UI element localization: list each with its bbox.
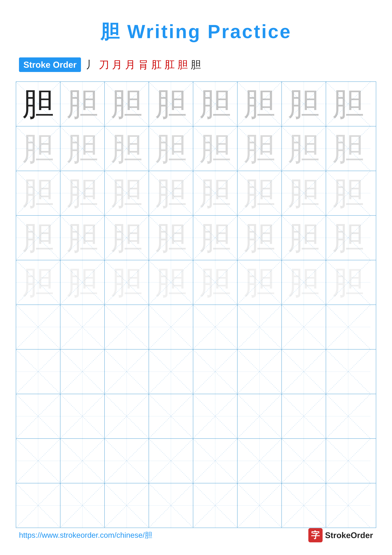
grid-cell[interactable]: 胆 (193, 82, 237, 126)
svg-line-120 (193, 394, 237, 438)
grid-cell[interactable]: 胆 (16, 126, 60, 171)
grid-cell[interactable]: 胆 (282, 260, 326, 305)
practice-char: 胆 (155, 133, 187, 164)
svg-line-95 (326, 305, 370, 349)
svg-line-111 (326, 350, 370, 394)
grid-cell[interactable] (237, 394, 282, 438)
grid-cell[interactable] (237, 305, 282, 349)
grid-cell[interactable]: 胆 (60, 171, 105, 215)
grid-cell[interactable]: 胆 (60, 216, 105, 260)
grid-cell[interactable] (149, 483, 193, 528)
grid-cell[interactable] (326, 483, 370, 528)
svg-line-118 (149, 394, 193, 438)
grid-cell[interactable]: 胆 (60, 126, 105, 171)
grid-cell[interactable]: 胆 (326, 171, 370, 215)
grid-cell[interactable] (326, 350, 370, 394)
grid-cell[interactable] (282, 305, 326, 349)
grid-cell[interactable]: 胆 (326, 216, 370, 260)
grid-cell[interactable] (16, 439, 60, 483)
grid-cell[interactable]: 胆 (105, 126, 149, 171)
grid-cell[interactable]: 胆 (149, 126, 193, 171)
grid-cell[interactable] (105, 439, 149, 483)
svg-line-115 (60, 394, 104, 438)
grid-cell[interactable] (282, 350, 326, 394)
grid-cell[interactable]: 胆 (326, 126, 370, 171)
grid-cell[interactable] (193, 394, 237, 438)
footer-url[interactable]: https://www.strokeorder.com/chinese/胆 (19, 530, 152, 540)
grid-cell[interactable]: 胆 (326, 260, 370, 305)
grid-cell[interactable]: 胆 (282, 82, 326, 126)
grid-cell[interactable] (237, 439, 282, 483)
practice-char: 胆 (244, 222, 275, 254)
practice-char: 胆 (22, 222, 54, 254)
grid-cell[interactable]: 胆 (105, 82, 149, 126)
grid-cell[interactable] (60, 483, 105, 528)
stroke-6: 肛 (151, 58, 162, 72)
grid-cell[interactable] (16, 305, 60, 349)
practice-char: 胆 (200, 177, 231, 209)
grid-cell[interactable]: 胆 (282, 126, 326, 171)
grid-cell[interactable] (149, 439, 193, 483)
grid-cell[interactable]: 胆 (105, 216, 149, 260)
grid-cell[interactable] (326, 394, 370, 438)
grid-cell[interactable] (193, 350, 237, 394)
svg-line-110 (326, 350, 370, 394)
grid-cell[interactable]: 胆 (60, 260, 105, 305)
grid-cell[interactable] (60, 439, 105, 483)
stroke-5: 肙 (138, 58, 149, 72)
grid-cell[interactable] (105, 483, 149, 528)
grid-cell[interactable] (60, 394, 105, 438)
grid-row (16, 394, 376, 439)
grid-cell[interactable] (60, 305, 105, 349)
grid-cell[interactable]: 胆 (149, 171, 193, 215)
practice-char: 胆 (244, 133, 275, 164)
grid-cell[interactable]: 胆 (149, 216, 193, 260)
grid-cell[interactable]: 胆 (16, 260, 60, 305)
grid-cell[interactable] (105, 305, 149, 349)
grid-cell[interactable]: 胆 (237, 126, 282, 171)
grid-cell[interactable] (149, 394, 193, 438)
svg-line-154 (237, 483, 281, 527)
grid-cell[interactable]: 胆 (105, 260, 149, 305)
grid-cell[interactable] (237, 350, 282, 394)
grid-cell[interactable] (105, 350, 149, 394)
grid-cell[interactable] (282, 439, 326, 483)
grid-cell[interactable] (237, 483, 282, 528)
grid-cell[interactable] (16, 394, 60, 438)
grid-row: 胆 胆 胆 胆 胆 胆 胆 胆 (16, 216, 376, 260)
grid-cell[interactable] (105, 394, 149, 438)
grid-cell[interactable]: 胆 (237, 171, 282, 215)
grid-cell[interactable]: 胆 (149, 260, 193, 305)
grid-cell[interactable]: 胆 (237, 82, 282, 126)
grid-cell[interactable] (16, 350, 60, 394)
grid-cell[interactable]: 胆 (193, 260, 237, 305)
grid-cell[interactable]: 胆 (193, 216, 237, 260)
grid-cell[interactable]: 胆 (193, 126, 237, 171)
svg-line-123 (237, 394, 281, 438)
grid-cell[interactable]: 胆 (16, 82, 60, 126)
grid-cell[interactable]: 胆 (105, 171, 149, 215)
grid-cell[interactable]: 胆 (237, 260, 282, 305)
grid-cell[interactable]: 胆 (282, 171, 326, 215)
grid-cell[interactable]: 胆 (16, 216, 60, 260)
grid-cell[interactable] (282, 394, 326, 438)
grid-cell[interactable] (149, 305, 193, 349)
grid-cell[interactable]: 胆 (237, 216, 282, 260)
grid-cell[interactable] (326, 439, 370, 483)
grid-cell[interactable] (193, 439, 237, 483)
grid-cell[interactable] (282, 483, 326, 528)
grid-cell[interactable] (16, 483, 60, 528)
grid-cell[interactable]: 胆 (326, 82, 370, 126)
grid-cell[interactable]: 胆 (149, 82, 193, 126)
grid-cell[interactable] (193, 483, 237, 528)
grid-cell[interactable] (149, 350, 193, 394)
grid-cell[interactable]: 胆 (16, 171, 60, 215)
grid-cell[interactable]: 胆 (193, 171, 237, 215)
stroke-4: 月 (125, 58, 135, 72)
grid-cell[interactable]: 胆 (282, 216, 326, 260)
grid-cell[interactable] (60, 350, 105, 394)
grid-cell[interactable] (193, 305, 237, 349)
grid-cell[interactable] (326, 305, 370, 349)
grid-cell[interactable]: 胆 (60, 82, 105, 126)
practice-char: 胆 (288, 133, 320, 164)
